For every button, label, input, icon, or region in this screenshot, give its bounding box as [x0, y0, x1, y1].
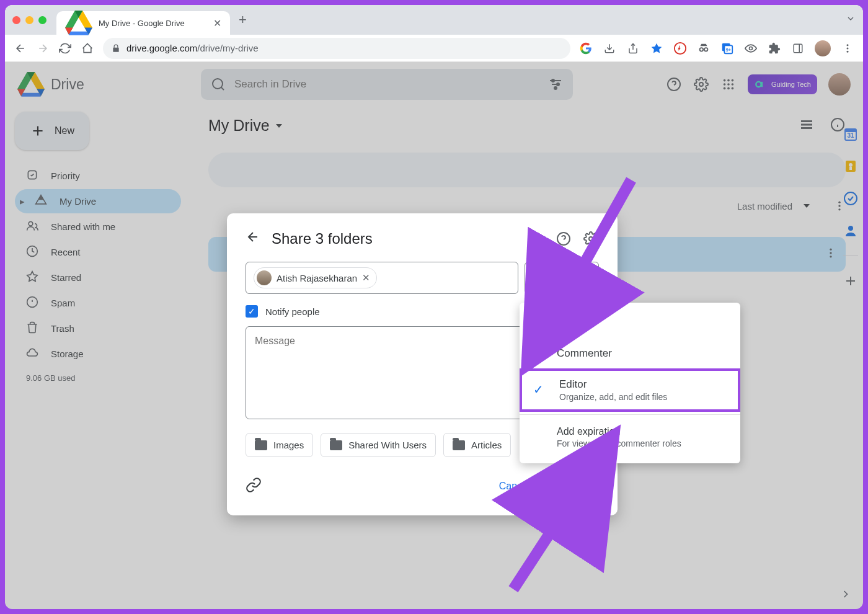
- extension-adblock-icon[interactable]: [673, 42, 687, 55]
- url-host: drive.google.com: [126, 43, 197, 53]
- sidepanel-icon[interactable]: [791, 42, 805, 55]
- reload-button[interactable]: [58, 42, 72, 55]
- lock-icon: [112, 44, 120, 53]
- home-button[interactable]: [81, 42, 94, 55]
- close-window-icon[interactable]: [12, 16, 20, 24]
- modal-title: Share 3 folders: [272, 230, 544, 247]
- extension-incognito-icon[interactable]: [697, 42, 711, 55]
- folder-icon: [453, 440, 465, 450]
- recipient-avatar: [257, 270, 272, 285]
- google-icon[interactable]: [579, 42, 593, 55]
- forward-button: [36, 42, 50, 55]
- extension-tabcount-icon[interactable]: 9+: [720, 42, 734, 55]
- browser-tab-strip: My Drive - Google Drive ✕ +: [5, 5, 863, 35]
- role-option-editor[interactable]: ✓ Editor Organize, add, and edit files: [520, 368, 740, 412]
- svg-point-6: [750, 47, 753, 50]
- download-icon[interactable]: [603, 42, 616, 55]
- share-icon[interactable]: [626, 42, 640, 55]
- svg-rect-7: [794, 44, 802, 53]
- new-tab-button[interactable]: +: [239, 12, 247, 28]
- svg-point-9: [847, 47, 849, 49]
- extension-icons: 9+: [579, 40, 854, 56]
- add-expiration-option[interactable]: Add expiration For viewer and commenter …: [520, 417, 740, 457]
- svg-point-51: [589, 237, 593, 241]
- window-controls: [12, 16, 46, 24]
- role-dropdown[interactable]: Editor: [525, 262, 599, 294]
- address-bar[interactable]: drive.google.com/drive/my-drive: [103, 38, 570, 59]
- drive-favicon-icon: [65, 11, 92, 35]
- minimize-window-icon[interactable]: [25, 16, 33, 24]
- extension-eye-icon[interactable]: [744, 42, 758, 55]
- cancel-button[interactable]: Cancel: [488, 474, 541, 498]
- modal-help-icon[interactable]: [556, 231, 572, 247]
- folder-icon: [255, 440, 267, 450]
- browser-menu-icon[interactable]: [841, 42, 854, 55]
- role-option-commenter[interactable]: Commenter: [520, 339, 740, 368]
- browser-tab[interactable]: My Drive - Google Drive ✕: [56, 11, 230, 35]
- svg-point-2: [704, 48, 708, 51]
- copy-link-button[interactable]: [246, 477, 262, 496]
- tab-overflow-icon[interactable]: [846, 14, 856, 26]
- svg-text:9+: 9+: [726, 47, 731, 52]
- svg-point-1: [700, 48, 704, 51]
- maximize-window-icon[interactable]: [38, 16, 46, 24]
- svg-point-8: [847, 44, 849, 46]
- svg-point-10: [847, 50, 849, 52]
- access-item-images[interactable]: Images: [246, 433, 313, 457]
- show-side-panel-icon[interactable]: [839, 588, 852, 603]
- recipient-input[interactable]: Atish Rajasekharan ✕: [246, 262, 518, 294]
- access-item-articles[interactable]: Articles: [443, 433, 511, 457]
- url-path: /drive/my-drive: [197, 43, 258, 53]
- notify-checkbox[interactable]: ✓: [246, 305, 258, 318]
- browser-toolbar: drive.google.com/drive/my-drive 9+: [5, 35, 863, 62]
- profile-avatar[interactable]: [815, 40, 831, 56]
- remove-recipient-icon[interactable]: ✕: [362, 272, 370, 283]
- role-option-viewer[interactable]: Viewer: [520, 309, 740, 339]
- check-icon: ✓: [533, 382, 544, 397]
- access-item-shared[interactable]: Shared With Users: [321, 433, 436, 457]
- tab-close-icon[interactable]: ✕: [213, 17, 221, 29]
- folder-icon: [330, 440, 342, 450]
- chevron-down-icon: [569, 276, 575, 280]
- role-dropdown-menu: Viewer Commenter ✓ Editor Organize, add,…: [520, 303, 740, 463]
- recipient-chip[interactable]: Atish Rajasekharan ✕: [254, 267, 377, 288]
- modal-back-button[interactable]: [246, 229, 260, 248]
- modal-settings-icon[interactable]: [583, 231, 599, 247]
- send-button[interactable]: Send: [541, 473, 599, 499]
- tab-title: My Drive - Google Drive: [99, 19, 207, 28]
- extensions-menu-icon[interactable]: [768, 42, 781, 55]
- bookmark-star-icon[interactable]: [650, 42, 663, 55]
- back-button[interactable]: [14, 42, 27, 55]
